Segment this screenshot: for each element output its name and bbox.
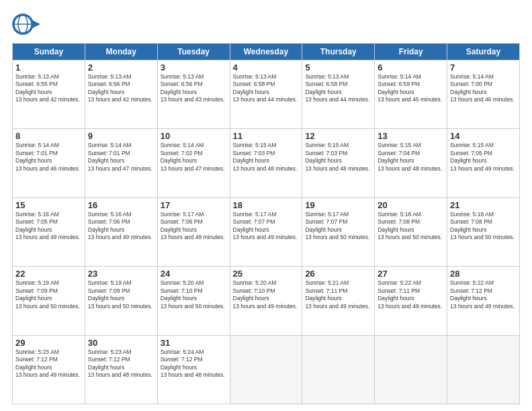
col-friday: Friday [375, 44, 447, 60]
calendar-cell: 9 Sunrise: 5:14 AMSunset: 7:01 PMDayligh… [85, 129, 157, 197]
day-info: Sunrise: 5:14 AMSunset: 7:01 PMDaylight … [88, 142, 152, 171]
calendar-cell: 31 Sunrise: 5:24 AMSunset: 7:12 PMDaylig… [157, 335, 230, 404]
day-number: 21 [450, 200, 517, 210]
calendar-cell: 12 Sunrise: 5:15 AMSunset: 7:03 PMDaylig… [302, 129, 375, 197]
calendar-cell [302, 335, 375, 404]
calendar-cell: 14 Sunrise: 5:15 AMSunset: 7:05 PMDaylig… [447, 129, 520, 197]
calendar-cell: 16 Sunrise: 5:16 AMSunset: 7:06 PMDaylig… [85, 197, 157, 266]
calendar-week-3: 15 Sunrise: 5:16 AMSunset: 7:05 PMDaylig… [13, 197, 520, 266]
calendar-cell [375, 335, 447, 404]
day-number: 20 [378, 200, 444, 210]
day-info: Sunrise: 5:13 AMSunset: 6:55 PMDaylight … [15, 73, 80, 103]
calendar-cell: 11 Sunrise: 5:15 AMSunset: 7:03 PMDaylig… [230, 129, 302, 197]
logo-icon [12, 12, 40, 36]
header-row: Sunday Monday Tuesday Wednesday Thursday… [13, 44, 520, 60]
day-number: 24 [161, 269, 227, 279]
col-saturday: Saturday [447, 44, 520, 60]
col-monday: Monday [85, 44, 157, 60]
day-number: 26 [305, 269, 371, 279]
day-number: 4 [233, 62, 300, 73]
day-info: Sunrise: 5:17 AMSunset: 7:07 PMDaylight … [305, 211, 369, 240]
calendar-cell: 22 Sunrise: 5:19 AMSunset: 7:09 PMDaylig… [13, 267, 85, 335]
day-info: Sunrise: 5:16 AMSunset: 7:05 PMDaylight … [15, 211, 80, 240]
day-number: 31 [161, 338, 227, 348]
day-info: Sunrise: 5:23 AMSunset: 7:12 PMDaylight … [15, 349, 80, 378]
page: Sunday Monday Tuesday Wednesday Thursday… [0, 0, 532, 411]
day-number: 2 [88, 62, 154, 73]
day-info: Sunrise: 5:13 AMSunset: 6:58 PMDaylight … [305, 73, 369, 103]
day-info: Sunrise: 5:14 AMSunset: 6:59 PMDaylight … [378, 73, 442, 103]
calendar-cell: 5 Sunrise: 5:13 AMSunset: 6:58 PMDayligh… [302, 60, 375, 129]
day-info: Sunrise: 5:22 AMSunset: 7:11 PMDaylight … [378, 279, 442, 309]
day-info: Sunrise: 5:14 AMSunset: 7:00 PMDaylight … [450, 73, 515, 103]
day-number: 27 [378, 269, 444, 279]
day-number: 29 [15, 338, 82, 348]
day-number: 3 [161, 62, 227, 73]
calendar-cell: 6 Sunrise: 5:14 AMSunset: 6:59 PMDayligh… [375, 60, 447, 129]
calendar-cell: 21 Sunrise: 5:18 AMSunset: 7:08 PMDaylig… [447, 197, 520, 266]
calendar-cell: 30 Sunrise: 5:23 AMSunset: 7:12 PMDaylig… [85, 335, 157, 404]
calendar-table: Sunday Monday Tuesday Wednesday Thursday… [12, 43, 520, 404]
day-number: 8 [15, 131, 82, 141]
calendar-cell: 28 Sunrise: 5:22 AMSunset: 7:12 PMDaylig… [447, 267, 520, 335]
day-info: Sunrise: 5:13 AMSunset: 6:56 PMDaylight … [161, 73, 225, 103]
day-info: Sunrise: 5:15 AMSunset: 7:03 PMDaylight … [233, 142, 298, 171]
calendar-cell: 19 Sunrise: 5:17 AMSunset: 7:07 PMDaylig… [302, 197, 375, 266]
day-number: 16 [88, 200, 154, 210]
day-number: 1 [15, 62, 82, 73]
calendar-cell: 8 Sunrise: 5:14 AMSunset: 7:01 PMDayligh… [13, 129, 85, 197]
calendar-cell: 29 Sunrise: 5:23 AMSunset: 7:12 PMDaylig… [13, 335, 85, 404]
day-number: 6 [378, 62, 444, 73]
day-number: 18 [233, 200, 300, 210]
calendar-cell: 1 Sunrise: 5:13 AMSunset: 6:55 PMDayligh… [13, 60, 85, 129]
calendar-cell [447, 335, 520, 404]
day-info: Sunrise: 5:14 AMSunset: 7:02 PMDaylight … [161, 142, 225, 171]
day-info: Sunrise: 5:17 AMSunset: 7:06 PMDaylight … [161, 211, 225, 240]
calendar-cell: 20 Sunrise: 5:18 AMSunset: 7:08 PMDaylig… [375, 197, 447, 266]
day-info: Sunrise: 5:23 AMSunset: 7:12 PMDaylight … [88, 349, 152, 378]
logo [12, 12, 40, 36]
day-number: 11 [233, 131, 300, 141]
day-info: Sunrise: 5:24 AMSunset: 7:12 PMDaylight … [161, 349, 225, 378]
day-number: 9 [88, 131, 154, 141]
day-info: Sunrise: 5:13 AMSunset: 6:58 PMDaylight … [233, 73, 298, 103]
day-number: 28 [450, 269, 517, 279]
day-info: Sunrise: 5:15 AMSunset: 7:05 PMDaylight … [450, 142, 515, 171]
day-info: Sunrise: 5:18 AMSunset: 7:08 PMDaylight … [450, 211, 515, 240]
day-number: 15 [15, 200, 82, 210]
day-info: Sunrise: 5:16 AMSunset: 7:06 PMDaylight … [88, 211, 152, 240]
day-info: Sunrise: 5:14 AMSunset: 7:01 PMDaylight … [15, 142, 80, 171]
day-number: 25 [233, 269, 300, 279]
calendar-cell: 27 Sunrise: 5:22 AMSunset: 7:11 PMDaylig… [375, 267, 447, 335]
day-number: 23 [88, 269, 154, 279]
day-number: 22 [15, 269, 82, 279]
day-info: Sunrise: 5:15 AMSunset: 7:03 PMDaylight … [305, 142, 369, 171]
day-info: Sunrise: 5:20 AMSunset: 7:10 PMDaylight … [161, 279, 225, 309]
day-info: Sunrise: 5:18 AMSunset: 7:08 PMDaylight … [378, 211, 442, 240]
day-number: 5 [305, 62, 371, 73]
day-number: 10 [161, 131, 227, 141]
calendar-cell: 10 Sunrise: 5:14 AMSunset: 7:02 PMDaylig… [157, 129, 230, 197]
day-info: Sunrise: 5:20 AMSunset: 7:10 PMDaylight … [233, 279, 298, 309]
calendar-week-1: 1 Sunrise: 5:13 AMSunset: 6:55 PMDayligh… [13, 60, 520, 129]
calendar-cell: 3 Sunrise: 5:13 AMSunset: 6:56 PMDayligh… [157, 60, 230, 129]
calendar-cell: 13 Sunrise: 5:15 AMSunset: 7:04 PMDaylig… [375, 129, 447, 197]
calendar-cell: 26 Sunrise: 5:21 AMSunset: 7:11 PMDaylig… [302, 267, 375, 335]
col-sunday: Sunday [13, 44, 85, 60]
day-info: Sunrise: 5:19 AMSunset: 7:09 PMDaylight … [15, 279, 80, 309]
day-info: Sunrise: 5:22 AMSunset: 7:12 PMDaylight … [450, 279, 515, 309]
calendar-cell: 23 Sunrise: 5:19 AMSunset: 7:09 PMDaylig… [85, 267, 157, 335]
day-info: Sunrise: 5:21 AMSunset: 7:11 PMDaylight … [305, 279, 369, 309]
calendar-cell [230, 335, 302, 404]
calendar-cell: 4 Sunrise: 5:13 AMSunset: 6:58 PMDayligh… [230, 60, 302, 129]
calendar-week-4: 22 Sunrise: 5:19 AMSunset: 7:09 PMDaylig… [13, 267, 520, 335]
day-info: Sunrise: 5:19 AMSunset: 7:09 PMDaylight … [88, 279, 152, 309]
calendar-week-2: 8 Sunrise: 5:14 AMSunset: 7:01 PMDayligh… [13, 129, 520, 197]
calendar-cell: 17 Sunrise: 5:17 AMSunset: 7:06 PMDaylig… [157, 197, 230, 266]
day-number: 17 [161, 200, 227, 210]
calendar-cell: 2 Sunrise: 5:13 AMSunset: 6:56 PMDayligh… [85, 60, 157, 129]
day-number: 12 [305, 131, 371, 141]
day-info: Sunrise: 5:15 AMSunset: 7:04 PMDaylight … [378, 142, 442, 171]
calendar-cell: 25 Sunrise: 5:20 AMSunset: 7:10 PMDaylig… [230, 267, 302, 335]
svg-marker-3 [32, 20, 40, 28]
